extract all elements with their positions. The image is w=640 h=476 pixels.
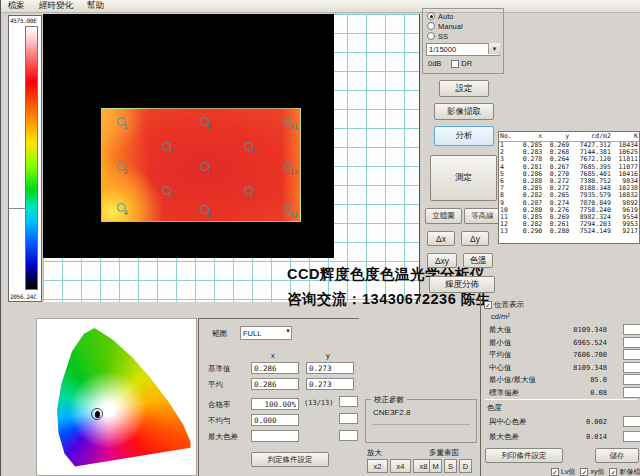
radio-icon[interactable]	[427, 32, 435, 40]
shutter-speed-select[interactable]: 1/15000 ▼	[426, 43, 500, 56]
save-checkbox-影像檔[interactable]: ✓影像檔	[609, 467, 640, 476]
capture-button[interactable]: 影像擷取	[434, 103, 494, 120]
range-select[interactable]: FULL ▼	[240, 326, 292, 340]
radio-icon[interactable]	[427, 22, 435, 30]
pass-count: (13/13)	[304, 399, 334, 407]
probe-point-4: 4	[117, 203, 126, 212]
print-condition-button[interactable]: 列印條件設定	[485, 448, 563, 463]
camera-view[interactable]: 15113102712694813	[43, 14, 334, 258]
stat-box[interactable]	[623, 337, 640, 348]
stat-value: 8109.348	[573, 364, 607, 372]
stat-value: 6965.524	[573, 339, 607, 347]
radio-auto[interactable]: Auto	[427, 11, 499, 21]
probe-point-5: 5	[200, 117, 209, 126]
multi-button-S[interactable]: S	[444, 459, 457, 473]
measure-button[interactable]: 測定	[430, 155, 497, 201]
radio-label: Manual	[438, 22, 463, 31]
table-row[interactable]: 110.2850.2698982.3249554	[499, 214, 639, 221]
chroma-label: 最大色差	[489, 432, 519, 442]
stat-label: 中心值	[489, 363, 512, 373]
thermal-image[interactable]: 15113102712694813	[101, 108, 301, 222]
stat-box[interactable]	[623, 324, 640, 335]
probe-number: 5	[207, 123, 211, 131]
table-cell: 0.280	[543, 228, 570, 235]
cie-gamut-horseshoe	[45, 325, 195, 471]
table-row[interactable]: 50.2860.2707685.40110416	[499, 171, 639, 178]
menu-help[interactable]: 幫助	[80, 0, 111, 13]
probe-number: 10	[251, 148, 259, 156]
probe-number: 12	[290, 168, 298, 176]
stat-value: 7606.700	[573, 351, 607, 359]
judge-condition-button[interactable]: 判定條件設定	[251, 452, 329, 467]
menu-file[interactable]: 檔案	[1, 0, 32, 13]
zoom-button-x4[interactable]: x4	[390, 459, 411, 473]
probe-point-13: 13	[283, 205, 292, 214]
range-row-y: 0.273	[306, 378, 354, 390]
chroma-value: 0.014	[586, 433, 607, 441]
chevron-down-icon[interactable]: ▼	[488, 43, 500, 54]
chroma-box[interactable]	[623, 416, 640, 427]
luminance-color-scale: 4575.00E 2056.24C	[8, 15, 42, 302]
table-row[interactable]: 100.2800.2767758.2409619	[499, 207, 639, 214]
measurement-table[interactable]: No.xycd/m2K 10.2850.2697427.3121043420.2…	[498, 131, 640, 244]
analyze-button[interactable]: 分析	[434, 126, 494, 146]
probe-point-1: 1	[117, 117, 126, 126]
range-row-x: 0.286	[251, 378, 299, 390]
aux-box	[339, 430, 358, 441]
chroma-box[interactable]	[623, 431, 640, 442]
checkbox-icon[interactable]: ✓	[580, 468, 588, 476]
divider	[485, 399, 637, 400]
save-checkbox-label: 影像檔	[619, 467, 640, 476]
save-button[interactable]: 儲存	[595, 448, 639, 463]
save-checkbox-xy值[interactable]: ✓xy值	[580, 467, 604, 476]
stat-box[interactable]	[623, 387, 640, 398]
multi-button-D[interactable]: D	[459, 459, 472, 473]
checkbox-icon[interactable]: ✓	[484, 301, 492, 309]
checkbox-icon[interactable]: ✓	[551, 468, 559, 476]
checkbox-icon[interactable]: ✓	[609, 468, 617, 476]
chroma-row-1: 最大色差0.014	[489, 431, 639, 443]
delta-x-button[interactable]: Δx	[427, 231, 455, 246]
luminance-dist-button[interactable]: 輝度分佈	[429, 276, 495, 293]
delta-xy-button[interactable]: Δxy	[427, 253, 457, 268]
delta-y-button[interactable]: Δy	[461, 231, 489, 246]
stat-box[interactable]	[623, 362, 640, 373]
chevron-down-icon[interactable]: ▼	[285, 328, 291, 334]
contour-button[interactable]: 等高線	[464, 208, 501, 224]
save-checkbox-label: xy值	[590, 467, 604, 476]
save-checkbox-Lv值[interactable]: ✓Lv值	[551, 467, 575, 476]
menu-time-change[interactable]: 經時變化	[32, 0, 80, 13]
probe-number: 4	[124, 209, 128, 217]
checkbox-icon[interactable]	[451, 60, 459, 68]
calibration-title: 校正參數	[371, 395, 407, 405]
color-temp-button[interactable]: 色溫	[463, 253, 493, 268]
position-display-checkbox[interactable]: ✓ 位置表示	[484, 300, 524, 310]
radio-manual[interactable]: Manual	[427, 21, 499, 31]
calibration-panel: 校正參數 CNE3F2.8	[365, 399, 477, 443]
table-row[interactable]: 120.2820.2617294.2039953	[499, 221, 639, 228]
dr-checkbox[interactable]: DR	[451, 59, 472, 68]
stat-label: 平均值	[489, 350, 512, 360]
table-row[interactable]: 90.2870.2747870.8499892	[499, 200, 639, 207]
menu-bar: 檔案 經時變化 幫助	[1, 0, 640, 13]
chroma-section-label: 色度	[487, 403, 502, 413]
settings-button[interactable]: 設定	[439, 80, 489, 97]
stat-box[interactable]	[623, 374, 640, 385]
divider	[480, 298, 481, 476]
probe-number: 3	[169, 148, 173, 156]
multi-group-label: 多重畫面	[429, 448, 459, 458]
table-row[interactable]: 130.2900.2807524.1499217	[499, 228, 639, 235]
solid3d-button[interactable]: 立體圖	[425, 208, 462, 224]
zoom-button-x2[interactable]: x2	[367, 459, 388, 473]
range-panel: 範圍 FULL ▼ x y 基準值0.2860.273平均0.2860.273 …	[198, 318, 359, 476]
radio-ss[interactable]: SS	[427, 31, 499, 41]
cie-diagram-panel[interactable]	[36, 318, 197, 476]
stat-value: 0.08	[590, 389, 607, 397]
table-row[interactable]: 80.2820.2657935.57910832	[499, 192, 639, 199]
probe-number: 13	[290, 211, 298, 219]
stat-box[interactable]	[623, 349, 640, 360]
aux-box	[339, 413, 358, 424]
gain-value: 0dB	[428, 59, 441, 68]
radio-icon[interactable]	[427, 12, 435, 20]
multi-button-M[interactable]: M	[429, 459, 442, 473]
